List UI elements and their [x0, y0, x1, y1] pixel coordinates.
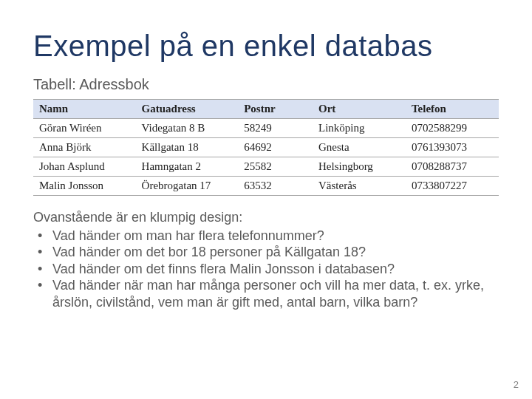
- page-title: Exempel på en enkel databas: [33, 30, 499, 63]
- cell-ort: Linköping: [313, 119, 406, 138]
- col-gata: Gatuadress: [136, 100, 239, 119]
- col-tel: Telefon: [406, 100, 499, 119]
- cell-tel: 0702588299: [406, 119, 499, 138]
- table-row: Anna Björk Källgatan 18 64692 Gnesta 076…: [33, 138, 499, 157]
- cell-namn: Göran Wiréen: [33, 119, 136, 138]
- col-ort: Ort: [313, 100, 406, 119]
- cell-gata: Örebrogatan 17: [136, 177, 239, 196]
- list-item: Vad händer om det bor 18 personer på Käl…: [33, 244, 499, 261]
- cell-ort: Helsingborg: [313, 157, 406, 177]
- cell-gata: Videgatan 8 B: [136, 119, 239, 138]
- design-notes: Ovanstående är en klumpig design: Vad hä…: [33, 209, 499, 310]
- cell-postnr: 64692: [238, 138, 313, 157]
- cell-namn: Malin Jonsson: [33, 177, 136, 196]
- notes-list: Vad händer om man har flera telefonnumme…: [33, 228, 499, 311]
- table-row: Johan Asplund Hamngatan 2 25582 Helsingb…: [33, 157, 499, 177]
- cell-namn: Johan Asplund: [33, 157, 136, 177]
- notes-intro: Ovanstående är en klumpig design:: [33, 209, 499, 226]
- cell-ort: Västerås: [313, 177, 406, 196]
- list-item: Vad händer när man har många personer oc…: [33, 277, 499, 310]
- cell-postnr: 58249: [238, 119, 313, 138]
- table-row: Malin Jonsson Örebrogatan 17 63532 Väste…: [33, 177, 499, 196]
- cell-ort: Gnesta: [313, 138, 406, 157]
- address-table: Namn Gatuadress Postnr Ort Telefon Göran…: [33, 99, 499, 196]
- list-item: Vad händer om det finns flera Malin Jons…: [33, 261, 499, 278]
- cell-gata: Källgatan 18: [136, 138, 239, 157]
- col-postnr: Postnr: [238, 100, 313, 119]
- page-number: 2: [514, 379, 519, 390]
- col-namn: Namn: [33, 100, 136, 119]
- cell-postnr: 25582: [238, 157, 313, 177]
- slide: Exempel på en enkel databas Tabell: Adre…: [0, 0, 532, 399]
- list-item: Vad händer om man har flera telefonnumme…: [33, 228, 499, 245]
- table-header-row: Namn Gatuadress Postnr Ort Telefon: [33, 100, 499, 119]
- cell-tel: 0761393073: [406, 138, 499, 157]
- cell-tel: 0708288737: [406, 157, 499, 177]
- table-caption: Tabell: Adressbok: [33, 76, 499, 93]
- cell-tel: 0733807227: [406, 177, 499, 196]
- cell-namn: Anna Björk: [33, 138, 136, 157]
- cell-gata: Hamngatan 2: [136, 157, 239, 177]
- cell-postnr: 63532: [238, 177, 313, 196]
- table-row: Göran Wiréen Videgatan 8 B 58249 Linköpi…: [33, 119, 499, 138]
